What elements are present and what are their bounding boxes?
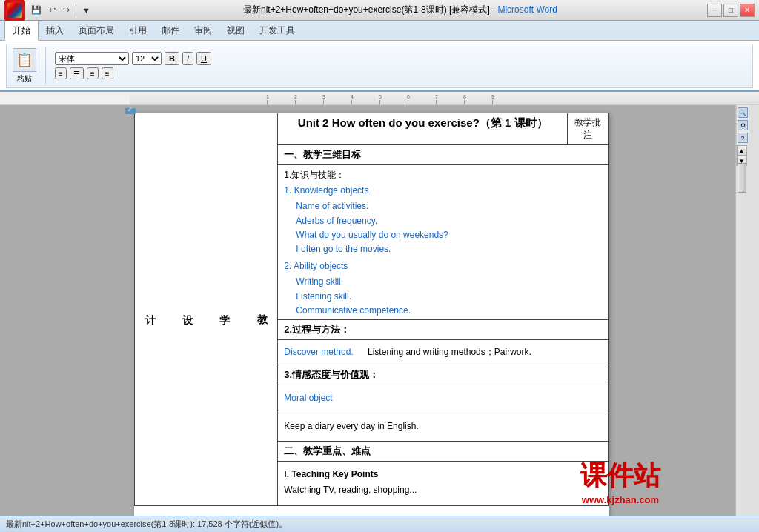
font-size-select[interactable]: 12 bbox=[132, 52, 162, 65]
title-main: 最新nit+2+How+often+do+you+exercise(第1-8课时… bbox=[243, 4, 490, 15]
bold-button[interactable]: B bbox=[165, 52, 179, 65]
scrollbar-thumb[interactable] bbox=[738, 163, 746, 193]
tab-view[interactable]: 视图 bbox=[219, 21, 252, 40]
redo-button[interactable]: ↪ bbox=[60, 3, 73, 18]
separator bbox=[76, 4, 76, 16]
knowledge-objects: 1. Knowledge objects bbox=[284, 184, 602, 198]
document-wrapper: ⤢ 教学设计 Unit 2 How often do you exercise?… bbox=[13, 108, 729, 528]
ruler-mark-4: 4 bbox=[351, 100, 380, 104]
window-controls: ─ □ ✕ bbox=[707, 4, 755, 17]
align-left-button[interactable]: ≡ bbox=[55, 67, 67, 79]
ribbon: 开始 插入 页面布局 引用 邮件 审阅 视图 开发工具 📋 粘贴 宋体 12 bbox=[0, 21, 759, 92]
paste-button[interactable]: 📋 bbox=[13, 48, 36, 72]
knowledge-cell[interactable]: 1.知识与技能： 1. Knowledge objects Name of ac… bbox=[278, 165, 609, 320]
right-panel: 🔍 ⚙ ? ▲ ▼ bbox=[735, 105, 759, 532]
align-right-button[interactable]: ≡ bbox=[87, 67, 99, 79]
moral-cell[interactable]: Moral object bbox=[278, 385, 609, 413]
tab-mail[interactable]: 邮件 bbox=[154, 21, 187, 40]
ruler: 1 2 3 4 5 6 7 8 9 bbox=[0, 92, 759, 105]
paste-label: 粘贴 bbox=[17, 73, 32, 84]
ruler-mark-6: 6 bbox=[408, 100, 436, 104]
section1-header-text: 一、教学三维目标 bbox=[284, 149, 361, 160]
undo-button[interactable]: ↩ bbox=[46, 3, 59, 18]
table-move-handle[interactable]: ⤢ bbox=[125, 108, 136, 114]
office-button[interactable] bbox=[4, 0, 25, 21]
ruler-mark-2: 2 bbox=[295, 100, 323, 104]
diary-cell[interactable]: Keep a diary every day in English. bbox=[278, 413, 609, 442]
aderbs-frequency: Aderbs of frequency. bbox=[296, 214, 602, 228]
teaching-key-cell[interactable]: I. Teaching Key Points Watching TV, read… bbox=[278, 462, 609, 505]
ruler-mark-8: 8 bbox=[464, 100, 492, 104]
ruler-mark-3: 3 bbox=[323, 100, 351, 104]
left-label-text: 教学设计 bbox=[145, 306, 268, 312]
section1-header-cell[interactable]: 一、教学三维目标 bbox=[278, 145, 609, 165]
keep-diary: Keep a diary every day in English. bbox=[284, 419, 602, 433]
section4-header-cell[interactable]: 二、教学重点、难点 bbox=[278, 442, 609, 462]
listening-writing-text: Listening and writing methods；Pairwork. bbox=[368, 347, 531, 357]
right-icons: 🔍 ⚙ ? bbox=[736, 105, 749, 145]
header-row: 教学设计 Unit 2 How often do you exercise?（第… bbox=[135, 113, 609, 145]
ability-objects: 2. Ability objects bbox=[284, 259, 602, 273]
teaching-key-label: I. Teaching Key Points bbox=[284, 468, 602, 482]
font-family-select[interactable]: 宋体 bbox=[55, 52, 129, 65]
discover-method-text: Discover method. bbox=[284, 347, 353, 357]
ruler-mark-9: 9 bbox=[492, 100, 520, 104]
document-container[interactable]: ⤢ 教学设计 Unit 2 How often do you exercise?… bbox=[7, 105, 735, 532]
name-activities: Name of activities. bbox=[296, 199, 602, 213]
tab-start[interactable]: 开始 bbox=[4, 21, 39, 41]
restore-button[interactable]: □ bbox=[723, 4, 738, 17]
status-bar: 最新nit+2+How+often+do+you+exercise(第1-8课时… bbox=[0, 516, 759, 532]
right-icon-3[interactable]: ? bbox=[738, 133, 748, 143]
right-icon-2[interactable]: ⚙ bbox=[738, 120, 748, 130]
ribbon-sep1 bbox=[45, 47, 46, 84]
tab-references[interactable]: 引用 bbox=[122, 21, 154, 40]
left-margin bbox=[0, 105, 7, 532]
document[interactable]: ⤢ 教学设计 Unit 2 How often do you exercise?… bbox=[134, 113, 609, 528]
watching-tv: Watching TV, reading, shopping... bbox=[284, 483, 602, 497]
vertical-scrollbar[interactable]: ▲ ▼ bbox=[736, 145, 746, 166]
main-area: ⤢ 教学设计 Unit 2 How often do you exercise?… bbox=[0, 105, 759, 532]
save-button[interactable]: 💾 bbox=[28, 3, 44, 18]
title-bar: 💾 ↩ ↪ ▼ 最新nit+2+How+often+do+you+exercis… bbox=[0, 0, 759, 21]
close-button[interactable]: ✕ bbox=[740, 4, 755, 17]
section2-header-cell[interactable]: 2.过程与方法： bbox=[278, 319, 609, 339]
left-label-cell: 教学设计 bbox=[135, 113, 278, 506]
ruler-mark-7: 7 bbox=[436, 100, 464, 104]
tab-insert[interactable]: 插入 bbox=[39, 21, 71, 40]
tab-developer[interactable]: 开发工具 bbox=[252, 21, 302, 40]
i-often-go: I often go to the movies. bbox=[296, 242, 602, 256]
ribbon-content: 📋 粘贴 宋体 12 B I U ≡ ☰ bbox=[0, 40, 759, 90]
section3-header-cell[interactable]: 3.情感态度与价值观： bbox=[278, 365, 609, 385]
what-do-you: What do you usually do on weekends? bbox=[296, 228, 602, 242]
dropdown-button[interactable]: ▼ bbox=[79, 3, 93, 18]
lesson-title-cell[interactable]: Unit 2 How often do you exercise?（第 1 课时… bbox=[278, 113, 568, 145]
section2-header-text: 2.过程与方法： bbox=[284, 324, 350, 335]
tab-review[interactable]: 审阅 bbox=[187, 21, 219, 40]
title-app: Microsoft Word bbox=[497, 4, 557, 15]
justify-button[interactable]: ≡ bbox=[102, 67, 113, 79]
title-bar-title: 最新nit+2+How+often+do+you+exercise(第1-8课时… bbox=[93, 4, 707, 16]
writing-skill: Writing skill. bbox=[296, 275, 602, 289]
lesson-table: 教学设计 Unit 2 How often do you exercise?（第… bbox=[134, 113, 609, 506]
section3-header-text: 3.情感态度与价值观： bbox=[284, 369, 379, 380]
moral-object-label: Moral object bbox=[284, 391, 602, 405]
teaching-notes-label: 教学批注 bbox=[574, 117, 601, 140]
listening-skill: Listening skill. bbox=[296, 290, 602, 304]
process-method-cell[interactable]: Discover method. Listening and writing m… bbox=[278, 339, 609, 365]
scroll-up-button[interactable]: ▲ bbox=[737, 145, 747, 156]
ribbon-tabs: 开始 插入 页面布局 引用 邮件 审阅 视图 开发工具 bbox=[0, 21, 759, 40]
minimize-button[interactable]: ─ bbox=[707, 4, 722, 17]
align-center-button[interactable]: ☰ bbox=[70, 67, 84, 79]
tab-page-layout[interactable]: 页面布局 bbox=[71, 21, 122, 40]
communicative-competence: Communicative competence. bbox=[296, 304, 602, 318]
knowledge-label: 1.知识与技能： bbox=[284, 168, 602, 182]
right-icon-1[interactable]: 🔍 bbox=[738, 107, 748, 118]
title-bar-left: 💾 ↩ ↪ ▼ bbox=[4, 0, 93, 21]
underline-button[interactable]: U bbox=[196, 52, 211, 65]
teaching-notes-cell: 教学批注 bbox=[568, 113, 609, 145]
lesson-title: Unit 2 How often do you exercise?（第 1 课时… bbox=[298, 116, 548, 129]
section4-header-text: 二、教学重点、难点 bbox=[284, 445, 371, 456]
ruler-mark-5: 5 bbox=[380, 100, 408, 104]
italic-button[interactable]: I bbox=[182, 52, 193, 65]
ruler-mark-1: 1 bbox=[267, 100, 295, 104]
